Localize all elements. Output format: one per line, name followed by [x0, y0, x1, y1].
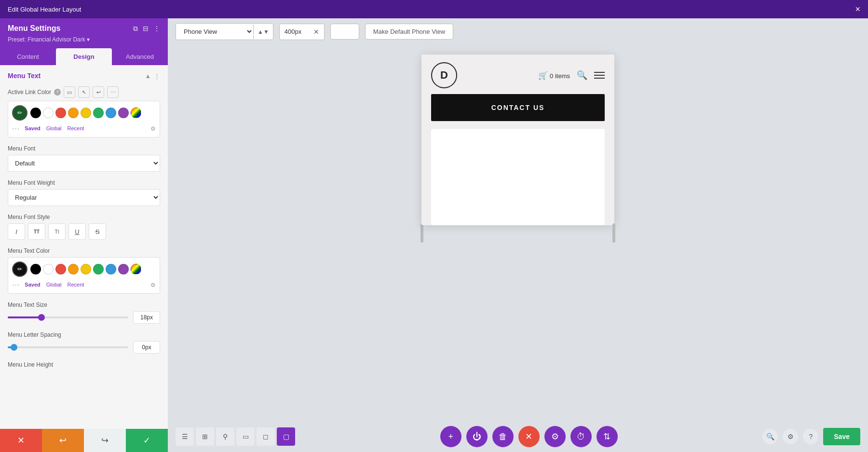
uppercase-btn[interactable]: TT — [28, 223, 45, 240]
text-size-slider[interactable] — [8, 316, 128, 318]
color-tab-saved[interactable]: Saved — [25, 125, 40, 132]
settings-btn[interactable]: ⚙ — [544, 426, 566, 447]
menu-font-weight-label: Menu Font Weight — [8, 179, 55, 186]
more-color-btn[interactable]: ⋯ — [107, 86, 119, 98]
tc-swatch-white[interactable] — [43, 264, 54, 274]
pencil-icon-2: ✏ — [17, 266, 22, 273]
tab-design[interactable]: Design — [56, 48, 112, 65]
make-default-btn[interactable]: Make Default Phone View — [365, 24, 453, 40]
letter-spacing-thumb[interactable] — [11, 344, 17, 351]
px-extra-input[interactable] — [330, 24, 359, 40]
tc-color-tab-recent[interactable]: Recent — [68, 282, 84, 288]
save-button[interactable]: Save — [823, 428, 860, 445]
toolbar-desktop-btn[interactable]: ▭ — [236, 427, 255, 446]
confirm-action-btn[interactable]: ✓ — [126, 429, 168, 452]
menu-text-color-picker: ✏ — [8, 257, 160, 294]
active-color-swatch[interactable]: ✏ — [12, 105, 27, 121]
resize-handle-left[interactable] — [420, 223, 423, 243]
timer-btn[interactable]: ⏱ — [570, 426, 592, 447]
panel-icon-columns[interactable]: ⊟ — [143, 25, 149, 32]
swatch-blue[interactable] — [106, 108, 116, 118]
active-link-color-label: Active Link Color — [8, 89, 51, 96]
cancel-action-btn[interactable]: ✕ — [0, 429, 42, 452]
swatch-black[interactable] — [30, 108, 41, 118]
tc-color-tab-global[interactable]: Global — [46, 282, 62, 288]
undo-action-btn[interactable]: ↩ — [42, 429, 84, 452]
delete-btn[interactable]: 🗑 — [492, 426, 514, 447]
title-bar: Edit Global Header Layout × — [0, 0, 868, 18]
capitalize-btn[interactable]: Tt — [48, 223, 66, 240]
strikethrough-btn[interactable]: S — [89, 223, 106, 240]
tab-advanced[interactable]: Advanced — [112, 48, 168, 65]
panel-content: Menu Text ▲ ⋮ Active Link Color ? ▭ ↖ ↩ … — [0, 65, 168, 429]
menu-font-weight-select[interactable]: Regular — [8, 189, 160, 206]
add-btn[interactable]: + — [440, 426, 461, 447]
underline-btn[interactable]: U — [68, 223, 86, 240]
swatch-rainbow[interactable] — [131, 108, 141, 118]
menu-font-select[interactable]: Default — [8, 155, 160, 172]
swatch-white[interactable] — [43, 108, 54, 118]
close-button[interactable]: × — [855, 4, 860, 14]
text-size-input[interactable] — [133, 311, 160, 324]
section-collapse-btn[interactable]: ▲ — [145, 72, 151, 80]
panel-icon-more[interactable]: ⋮ — [153, 25, 160, 32]
color-tab-global[interactable]: Global — [46, 125, 62, 132]
tc-color-tab-saved[interactable]: Saved — [25, 282, 40, 288]
panel-icon-copy[interactable]: ⧉ — [133, 25, 138, 33]
help-icon-btn[interactable]: ? — [803, 429, 818, 444]
undo-color-btn[interactable]: ↩ — [93, 86, 104, 98]
swatch-red[interactable] — [55, 108, 66, 118]
swatch-green[interactable] — [93, 108, 104, 118]
toolbar-menu-btn[interactable]: ☰ — [176, 427, 194, 446]
tab-content[interactable]: Content — [0, 48, 56, 65]
hamburger-icon[interactable] — [594, 72, 605, 79]
view-select[interactable]: Phone View — [176, 24, 253, 40]
cursor-mode-btn[interactable]: ↖ — [78, 86, 90, 98]
px-close-btn[interactable]: ✕ — [309, 24, 324, 40]
tc-swatch-rainbow[interactable] — [131, 264, 141, 274]
desktop-mode-btn[interactable]: ▭ — [64, 86, 75, 98]
color-tab-recent[interactable]: Recent — [68, 125, 84, 132]
style-buttons-group: I TT Tt U S — [8, 223, 160, 240]
tc-swatch-red[interactable] — [55, 264, 66, 274]
three-dots[interactable]: ··· — [12, 124, 20, 133]
swatch-purple[interactable] — [118, 108, 129, 118]
tc-swatch-black[interactable] — [30, 264, 41, 274]
resize-handle-right[interactable] — [612, 223, 615, 243]
search-icon-btn[interactable]: 🔍 — [762, 429, 778, 444]
tc-swatch-yellow[interactable] — [81, 264, 91, 274]
text-size-thumb[interactable] — [38, 314, 45, 321]
toolbar-phone-btn[interactable]: ▢ — [277, 427, 295, 446]
menu-text-color-swatch[interactable]: ✏ — [12, 261, 27, 277]
panel-icon-group: ⧉ ⊟ ⋮ — [133, 25, 160, 33]
gear-icon-btn[interactable]: ⚙ — [783, 429, 798, 444]
menu-font-row: Menu Font Default — [8, 145, 160, 172]
letter-spacing-input[interactable] — [133, 341, 160, 354]
italic-btn[interactable]: I — [8, 223, 25, 240]
color-gear-icon[interactable]: ⚙ — [150, 125, 156, 132]
toolbar-grid-btn[interactable]: ⊞ — [196, 427, 214, 446]
three-dots-2[interactable]: ··· — [12, 281, 20, 289]
sort-btn[interactable]: ⇅ — [597, 426, 618, 447]
panel-preset[interactable]: Preset: Financial Advisor Dark ▾ — [8, 36, 90, 43]
power-btn[interactable]: ⏻ — [466, 426, 488, 447]
toolbar-search-btn[interactable]: ⚲ — [216, 427, 234, 446]
toolbar-tablet-btn[interactable]: ◻ — [257, 427, 275, 446]
section-more-btn[interactable]: ⋮ — [154, 72, 160, 80]
swatch-yellow[interactable] — [81, 108, 91, 118]
bottom-actions: ✕ ↩ ↪ ✓ — [0, 429, 168, 452]
tc-color-gear-icon[interactable]: ⚙ — [150, 282, 156, 288]
search-icon[interactable]: 🔍 — [577, 70, 587, 81]
help-icon[interactable]: ? — [54, 89, 61, 96]
tc-swatch-purple[interactable] — [118, 264, 129, 274]
text-size-fill — [8, 316, 41, 318]
swatch-orange[interactable] — [68, 108, 79, 118]
tc-swatch-orange[interactable] — [68, 264, 79, 274]
px-value-input[interactable] — [280, 24, 309, 39]
contact-us-button[interactable]: CONTACT US — [431, 94, 605, 121]
letter-spacing-slider[interactable] — [8, 346, 128, 348]
redo-action-btn[interactable]: ↪ — [84, 429, 126, 452]
close-btn[interactable]: ✕ — [518, 426, 540, 447]
tc-swatch-blue[interactable] — [106, 264, 116, 274]
tc-swatch-green[interactable] — [93, 264, 104, 274]
